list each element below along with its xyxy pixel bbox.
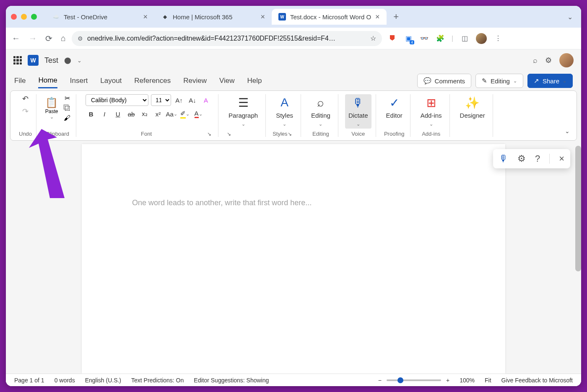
font-family-select[interactable]: Calibri (Body) — [86, 94, 148, 106]
status-bar: Page 1 of 1 0 words English (U.S.) Text … — [6, 374, 581, 386]
browser-tab-active[interactable]: W Test.docx - Microsoft Word O × — [272, 9, 387, 25]
document-name[interactable]: Test — [44, 56, 58, 65]
editor-icon: ✓ — [390, 96, 399, 109]
grow-font-icon[interactable]: A↑ — [174, 95, 184, 106]
tab-close-icon[interactable]: × — [260, 13, 265, 21]
tab-help[interactable]: Help — [247, 74, 262, 88]
maximize-window[interactable] — [31, 14, 37, 20]
clear-format-icon[interactable]: A — [200, 95, 211, 106]
group-label: Proofing — [384, 131, 404, 137]
editing-menu-button[interactable]: ⌕Editing⌄ — [308, 94, 334, 129]
user-avatar[interactable] — [559, 53, 574, 67]
tab-layout[interactable]: Layout — [100, 74, 122, 88]
font-size-select[interactable]: 11 — [151, 94, 171, 106]
profile-avatar[interactable] — [476, 33, 487, 44]
tab-close-icon[interactable]: × — [143, 13, 148, 21]
language-indicator[interactable]: English (U.S.) — [85, 377, 121, 384]
panel-icon[interactable]: ◫ — [460, 34, 469, 43]
settings-icon[interactable]: ⚙ — [517, 153, 526, 164]
undo-button[interactable]: ↶ — [22, 94, 29, 103]
minimize-window[interactable] — [21, 14, 27, 20]
ribbon-collapse-icon[interactable]: ⌄ — [562, 125, 572, 137]
font-color-button[interactable]: A⌄ — [193, 108, 204, 119]
address-bar[interactable]: ⚙ onedrive.live.com/edit?action=editnew&… — [72, 31, 382, 46]
dialog-launcher-icon[interactable]: ↘ — [227, 131, 231, 137]
comments-button[interactable]: 💬Comments — [417, 74, 472, 88]
designer-button[interactable]: ✨Designer — [457, 94, 488, 121]
designer-icon: ✨ — [465, 96, 480, 109]
menu-icon[interactable]: ⋮ — [493, 34, 503, 43]
close-window[interactable] — [11, 14, 17, 20]
zoom-in-icon[interactable]: + — [446, 377, 449, 384]
tab-overflow-icon[interactable]: ⌄ — [564, 10, 576, 23]
underline-button[interactable]: U — [112, 108, 123, 119]
scrollbar-vertical[interactable] — [575, 146, 581, 271]
superscript-button[interactable]: x² — [153, 108, 164, 119]
document-page[interactable]: One word leads to another, write that fi… — [82, 144, 505, 374]
copy-icon[interactable]: ⿻ — [62, 104, 72, 112]
site-info-icon[interactable]: ⚙ — [78, 35, 83, 42]
home-button[interactable]: ⌂ — [61, 34, 66, 44]
dictate-button[interactable]: 🎙Dictate⌄ — [345, 94, 371, 129]
format-painter-icon[interactable]: 🖌 — [62, 114, 72, 122]
search-icon[interactable]: ⌕ — [533, 56, 538, 65]
extensions-menu-icon[interactable]: 🧩 — [436, 34, 445, 43]
mic-icon[interactable]: 🎙 — [499, 153, 508, 164]
tab-file[interactable]: File — [14, 74, 26, 88]
star-icon[interactable]: ☆ — [370, 34, 376, 42]
save-status-icon[interactable]: ⬤ — [64, 57, 71, 64]
help-icon[interactable]: ? — [535, 153, 540, 164]
browser-tab[interactable]: ☁️ Test - OneDrive × — [45, 9, 154, 25]
chevron-down-icon[interactable]: ⌄ — [77, 57, 82, 64]
addins-button[interactable]: ⊞Add-ins⌄ — [417, 94, 445, 129]
shrink-font-icon[interactable]: A↓ — [187, 95, 198, 106]
app-launcher-icon[interactable] — [13, 56, 22, 64]
cut-icon[interactable]: ✂ — [62, 94, 72, 102]
tab-close-icon[interactable]: × — [375, 13, 380, 21]
tab-home[interactable]: Home — [38, 74, 57, 88]
settings-icon[interactable]: ⚙ — [545, 56, 552, 65]
word-icon: W — [278, 13, 286, 21]
highlight-button[interactable]: ✐⌄ — [179, 108, 190, 119]
redo-button[interactable]: ↷ — [22, 107, 29, 116]
tab-references[interactable]: References — [134, 74, 171, 88]
strikethrough-button[interactable]: ab — [126, 108, 137, 119]
dialog-launcher-icon[interactable]: ↘ — [207, 131, 211, 137]
tab-view[interactable]: View — [219, 74, 235, 88]
url-text: onedrive.live.com/edit?action=editnew&id… — [87, 35, 366, 42]
bold-button[interactable]: B — [86, 108, 96, 119]
extension-icon-2[interactable]: 👓 — [420, 34, 429, 43]
editing-button[interactable]: ✎Editing⌄ — [475, 74, 523, 88]
tab-insert[interactable]: Insert — [70, 74, 88, 88]
change-case-button[interactable]: Aa⌄ — [166, 108, 177, 119]
dialog-launcher-icon[interactable]: ↘ — [288, 131, 292, 137]
close-icon[interactable]: × — [559, 153, 564, 164]
subscript-button[interactable]: x₂ — [139, 108, 150, 119]
suggestions-status[interactable]: Editor Suggestions: Showing — [194, 377, 269, 384]
back-button[interactable]: ← — [12, 34, 20, 44]
ublock-icon[interactable]: ⛊ — [388, 34, 397, 43]
zoom-slider[interactable] — [387, 379, 441, 381]
share-button[interactable]: ↗Share⌄ — [527, 74, 573, 88]
predictions-status[interactable]: Text Predictions: On — [131, 377, 184, 384]
zoom-level[interactable]: 100% — [460, 377, 475, 384]
group-label: Styles — [273, 131, 287, 137]
word-count[interactable]: 0 words — [55, 377, 75, 384]
page-indicator[interactable]: Page 1 of 1 — [14, 377, 44, 384]
new-tab-button[interactable]: + — [390, 10, 403, 23]
zoom-out-icon[interactable]: − — [378, 377, 382, 384]
reload-button[interactable]: ⟳ — [45, 34, 52, 44]
browser-tab[interactable]: ◆ Home | Microsoft 365 × — [154, 9, 272, 25]
fit-button[interactable]: Fit — [485, 377, 491, 384]
dictate-toolbar: 🎙 ⚙ ? × — [493, 149, 570, 168]
forward-button[interactable]: → — [29, 34, 37, 44]
editor-button[interactable]: ✓Editor — [383, 94, 406, 121]
styles-button[interactable]: AStyles⌄ — [273, 94, 296, 129]
group-label: Add-ins — [422, 131, 440, 137]
tab-review[interactable]: Review — [183, 74, 207, 88]
paste-button[interactable]: 📋Paste⌄ — [43, 96, 60, 120]
feedback-link[interactable]: Give Feedback to Microsoft — [501, 377, 573, 384]
italic-button[interactable]: I — [99, 108, 110, 119]
extension-icon[interactable]: ▣4 — [404, 34, 413, 43]
paragraph-button[interactable]: ☰Paragraph⌄ — [225, 94, 261, 129]
